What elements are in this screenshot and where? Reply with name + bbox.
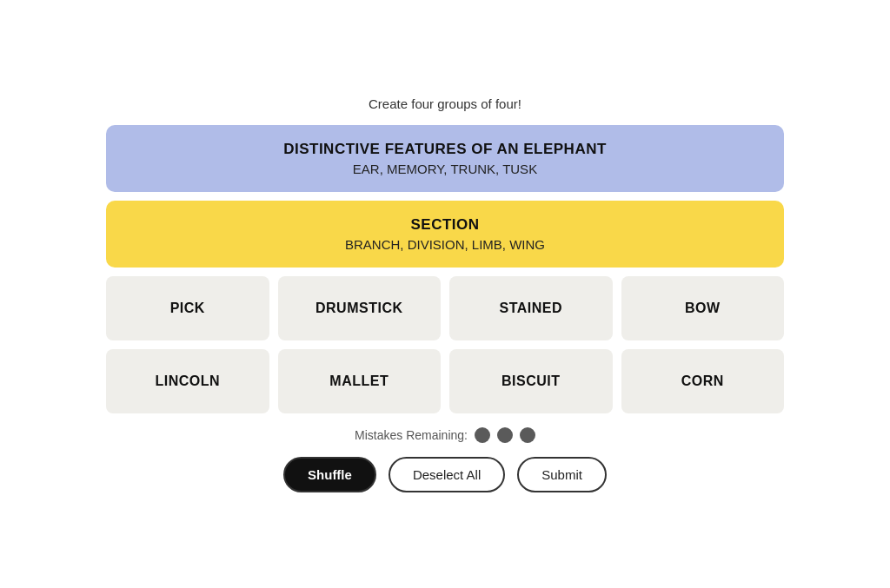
game-container: Create four groups of four! DISTINCTIVE … xyxy=(106,96,784,492)
tile-corn[interactable]: CORN xyxy=(621,349,785,413)
tile-stained[interactable]: STAINED xyxy=(449,276,613,340)
tile-mallet[interactable]: MALLET xyxy=(278,349,442,413)
mistakes-row: Mistakes Remaining: xyxy=(355,427,535,443)
submit-button[interactable]: Submit xyxy=(517,457,607,492)
tile-drumstick[interactable]: DRUMSTICK xyxy=(278,276,442,340)
mistakes-label: Mistakes Remaining: xyxy=(355,428,468,442)
solved-group-blue: DISTINCTIVE FEATURES OF AN ELEPHANTEAR, … xyxy=(106,125,784,192)
solved-group-title: DISTINCTIVE FEATURES OF AN ELEPHANT xyxy=(123,141,767,158)
tile-biscuit-label: BISCUIT xyxy=(501,373,561,389)
tile-bow-label: BOW xyxy=(685,301,721,316)
tile-corn-label: CORN xyxy=(681,373,724,389)
tile-lincoln-label: LINCOLN xyxy=(155,373,220,389)
tile-lincoln[interactable]: LINCOLN xyxy=(106,349,269,413)
mistake-dot-1 xyxy=(475,427,490,443)
shuffle-button[interactable]: Shuffle xyxy=(283,457,376,492)
tile-mallet-label: MALLET xyxy=(329,373,389,389)
solved-groups: DISTINCTIVE FEATURES OF AN ELEPHANTEAR, … xyxy=(106,125,784,268)
solved-group-items: EAR, MEMORY, TRUNK, TUSK xyxy=(123,162,767,176)
solved-group-items: BRANCH, DIVISION, LIMB, WING xyxy=(123,237,767,252)
solved-group-yellow: SECTIONBRANCH, DIVISION, LIMB, WING xyxy=(106,201,784,268)
subtitle: Create four groups of four! xyxy=(369,96,521,111)
tile-stained-label: STAINED xyxy=(499,301,562,316)
tile-bow[interactable]: BOW xyxy=(621,276,785,340)
tile-biscuit[interactable]: BISCUIT xyxy=(449,349,613,413)
solved-group-title: SECTION xyxy=(123,216,767,234)
tile-grid: PICKDRUMSTICKSTAINEDBOWLINCOLNMALLETBISC… xyxy=(106,276,784,413)
mistake-dot-2 xyxy=(497,427,513,443)
tile-pick-label: PICK xyxy=(170,301,205,316)
tile-pick[interactable]: PICK xyxy=(106,276,269,340)
tile-drumstick-label: DRUMSTICK xyxy=(315,301,403,316)
buttons-row: Shuffle Deselect All Submit xyxy=(283,457,607,492)
deselect-all-button[interactable]: Deselect All xyxy=(389,457,505,492)
mistake-dot-3 xyxy=(520,427,535,443)
